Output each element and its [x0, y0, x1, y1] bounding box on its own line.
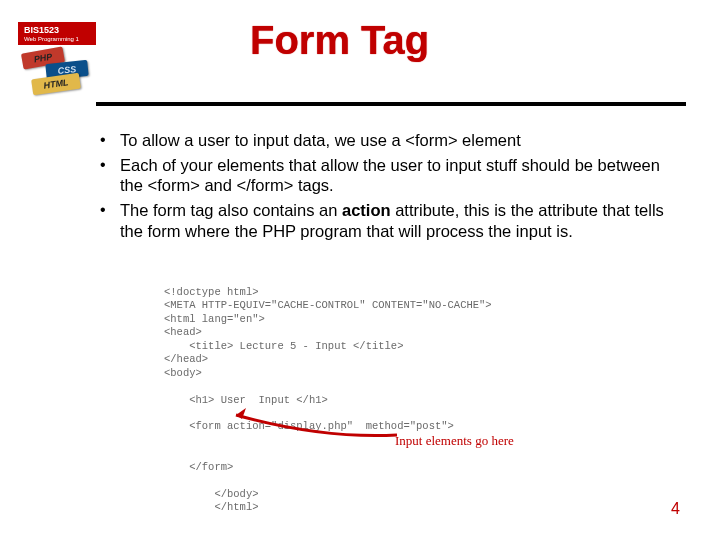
brick-html: HTML	[31, 73, 81, 96]
title-underline	[96, 102, 686, 106]
annotation-label: Input elements go here	[395, 433, 514, 449]
course-code: BIS1523	[24, 26, 90, 35]
course-subtitle: Web Programming 1	[24, 36, 90, 42]
bullet-item: Each of your elements that allow the use…	[96, 155, 686, 196]
arrow-icon	[222, 405, 402, 440]
slide-title: Form Tag	[250, 18, 429, 63]
code-sample: <!doctype html> <META HTTP-EQUIV="CACHE-…	[164, 286, 664, 514]
bullet-list: To allow a user to input data, we use a …	[96, 130, 686, 245]
page-number: 4	[671, 500, 680, 518]
slide-header: BIS1523 Web Programming 1 PHP CSS HTML F…	[0, 0, 720, 120]
bricks-icon: PHP CSS HTML	[18, 48, 96, 94]
logo-label: BIS1523 Web Programming 1	[18, 22, 96, 45]
bullet-item: The form tag also contains an action att…	[96, 200, 686, 241]
bullet-item: To allow a user to input data, we use a …	[96, 130, 686, 151]
course-logo: BIS1523 Web Programming 1 PHP CSS HTML	[18, 22, 96, 94]
